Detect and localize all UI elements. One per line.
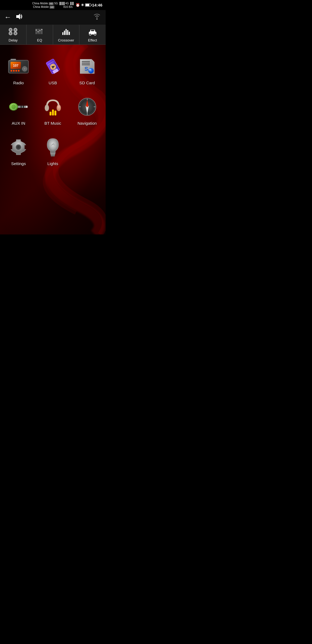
svg-point-68 (17, 146, 20, 149)
svg-point-24 (89, 33, 91, 35)
alarm-icon: ⏰ (76, 3, 80, 7)
svg-rect-22 (69, 32, 70, 35)
svg-rect-69 (50, 153, 55, 154)
tab-delay-label: Delay (9, 38, 18, 42)
tab-bar: Delay EQ (0, 25, 106, 45)
app-btmusic[interactable]: BT Music (37, 93, 69, 128)
svg-rect-27 (11, 59, 16, 60)
navigation-icon-container (76, 96, 98, 118)
svg-point-5 (15, 29, 16, 31)
delay-icon (8, 27, 18, 37)
radio-icon: 107 (8, 58, 29, 75)
svg-rect-43 (82, 63, 90, 64)
radio-icon-container: 107 (8, 56, 29, 77)
svg-point-54 (45, 105, 49, 111)
tab-effect-label: Effect (88, 38, 97, 42)
svg-rect-20 (66, 29, 67, 35)
usb-label: USB (49, 80, 57, 85)
app-lights[interactable]: Lights (37, 134, 69, 169)
svg-rect-35 (18, 70, 20, 72)
svg-rect-71 (51, 155, 55, 156)
tab-delay[interactable]: Delay (0, 25, 27, 44)
tab-crossover[interactable]: Crossover (53, 25, 80, 44)
svg-marker-0 (16, 14, 20, 20)
svg-rect-53 (21, 105, 22, 108)
svg-rect-44 (82, 64, 90, 65)
tab-eq-label: EQ (37, 38, 42, 42)
app-usb[interactable]: USB (37, 53, 69, 88)
carrier1-label: China Mobile HD 5G ▐▐▐ 4G ▐▐ (32, 2, 73, 5)
app-auxin[interactable]: AUX IN (3, 93, 34, 128)
app-radio[interactable]: 107 Radio (3, 53, 34, 88)
settings-icon (8, 137, 28, 157)
carrier2-label: China Mobile HD 816 B/s (33, 5, 73, 9)
svg-rect-58 (54, 111, 56, 115)
svg-rect-56 (50, 112, 51, 115)
svg-rect-18 (62, 32, 63, 35)
svg-point-9 (15, 33, 16, 34)
app-sdcard[interactable]: S SD Card (71, 53, 103, 88)
bluetooth-icon: ✳ (81, 3, 84, 7)
svg-rect-11 (36, 30, 37, 31)
lights-icon-container (42, 136, 64, 158)
status-right: ⏰ ✳ 14:46 (76, 3, 102, 7)
svg-rect-19 (64, 31, 65, 35)
svg-rect-34 (15, 70, 17, 72)
svg-point-3 (10, 29, 11, 31)
effect-icon (88, 27, 98, 37)
battery-icon (85, 3, 91, 7)
crossover-icon (61, 27, 71, 37)
app-grid: 107 Radio (0, 45, 106, 177)
settings-icon-container (8, 136, 29, 158)
back-button[interactable]: ← (4, 13, 11, 21)
lights-icon (45, 137, 61, 157)
svg-rect-17 (41, 29, 42, 30)
header: ← (0, 10, 106, 25)
eq-icon (35, 27, 44, 37)
auxin-label: AUX IN (12, 121, 25, 125)
svg-point-7 (10, 33, 11, 34)
tab-crossover-label: Crossover (58, 38, 74, 42)
sdcard-icon-container: S (76, 56, 98, 77)
svg-rect-21 (67, 30, 68, 35)
tab-effect[interactable]: Effect (79, 25, 106, 44)
main-content: 107 Radio (0, 45, 106, 234)
svg-text:107: 107 (13, 64, 18, 67)
svg-point-47 (89, 69, 91, 70)
svg-rect-32 (11, 70, 12, 72)
svg-rect-57 (52, 110, 54, 115)
btmusic-icon (43, 97, 63, 117)
svg-text:S: S (84, 66, 88, 72)
btmusic-label: BT Music (44, 121, 61, 125)
svg-rect-13 (38, 31, 38, 32)
sdcard-label: SD Card (79, 80, 95, 85)
radio-label: Radio (13, 80, 24, 85)
usb-icon (43, 57, 63, 76)
svg-point-25 (94, 33, 96, 35)
svg-point-1 (96, 18, 98, 20)
sdcard-icon: S (77, 57, 97, 76)
auxin-icon-container (8, 96, 29, 118)
svg-point-2 (9, 28, 12, 31)
wifi-icon (93, 13, 101, 22)
svg-point-8 (14, 32, 17, 35)
svg-rect-52 (23, 105, 24, 108)
time-label: 14:46 (92, 3, 102, 7)
svg-point-55 (57, 105, 61, 111)
svg-point-6 (9, 32, 12, 35)
settings-label: Settings (11, 161, 26, 166)
navigation-icon (77, 97, 97, 117)
app-settings[interactable]: Settings (3, 134, 34, 169)
tab-eq[interactable]: EQ (27, 25, 53, 44)
auxin-icon (9, 98, 28, 116)
btmusic-icon-container (42, 96, 64, 118)
svg-point-46 (88, 68, 94, 73)
header-left: ← (4, 13, 24, 22)
lights-label: Lights (47, 161, 58, 166)
app-navigation[interactable]: Navigation (71, 93, 103, 128)
svg-rect-33 (13, 70, 15, 72)
svg-rect-70 (51, 154, 55, 155)
navigation-label: Navigation (77, 121, 97, 125)
carrier-info: China Mobile HD 5G ▐▐▐ 4G ▐▐ China Mobil… (32, 2, 73, 9)
svg-point-4 (14, 28, 17, 31)
